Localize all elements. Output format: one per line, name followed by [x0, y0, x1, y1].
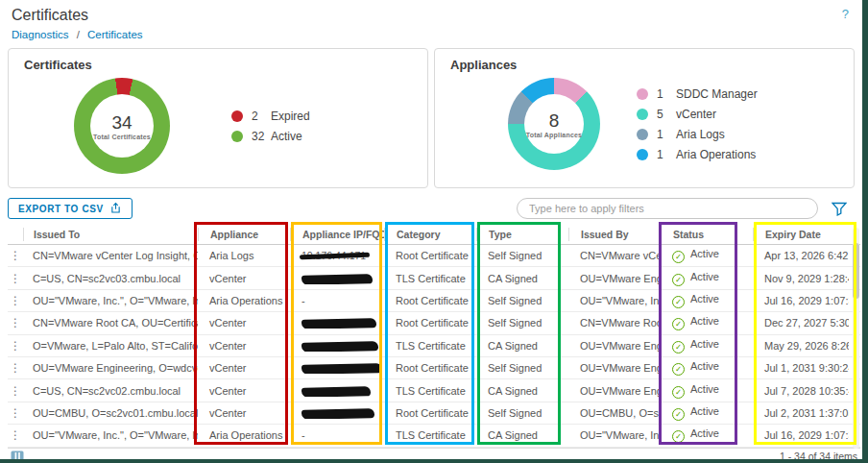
- legend-dot-icon: [231, 131, 243, 142]
- breadcrumb-separator: /: [77, 29, 80, 40]
- table-row[interactable]: ⋮O=VMware, L=Palo Alto, ST=California, C…: [8, 335, 860, 357]
- cell-issued-to: C=US, CN=sc2vc03.cmbu.local: [23, 273, 198, 284]
- active-check-icon: ✓: [672, 386, 685, 399]
- appliances-donut-chart: 8 Total Appliances: [508, 78, 600, 170]
- cell-type: CA Signed: [476, 340, 568, 352]
- legend-label: Active: [271, 130, 302, 143]
- column-header-appliance[interactable]: Appliance: [198, 228, 290, 241]
- cell-expiry-date: Jul 16, 2029 1:07:38 ...: [753, 429, 849, 441]
- cell-category: Root Certificate: [384, 317, 476, 329]
- status-label: Active: [690, 293, 719, 305]
- cell-issued-to: OU=VMware Engineering, O=wdcvc01.cmbu.l.…: [23, 362, 198, 374]
- table-row[interactable]: ⋮C=US, CN=sc2vc03.cmbu.localvCenterTLS C…: [8, 267, 860, 289]
- table-row[interactable]: ⋮OU="VMware, Inc.", O="VMware, Inc.", CN…: [8, 290, 860, 312]
- cell-category: TLS Certificate: [384, 340, 476, 352]
- legend-dot-icon: [637, 129, 648, 140]
- column-header-type[interactable]: Type: [476, 228, 568, 241]
- column-picker-icon[interactable]: [11, 451, 24, 462]
- cell-expiry-date: Jul 2, 2031 1:37:03 AM: [753, 407, 849, 419]
- row-menu-icon[interactable]: ⋮: [10, 249, 21, 262]
- row-actions-button[interactable]: ⋮: [8, 272, 23, 285]
- cell-issued-to: CN=VMware Root CA, OU=Certification Auth…: [23, 317, 198, 329]
- row-menu-icon[interactable]: ⋮: [10, 361, 21, 375]
- row-actions-button[interactable]: ⋮: [8, 406, 23, 420]
- appliances-legend: 1SDDC Manager5vCenter1Aria Logs1Aria Ope…: [637, 87, 758, 161]
- cell-type: CA Signed: [476, 273, 568, 284]
- row-menu-icon[interactable]: ⋮: [10, 406, 21, 420]
- export-to-csv-button[interactable]: EXPORT TO CSV: [8, 198, 133, 219]
- legend-item: 1Aria Operations: [637, 148, 758, 161]
- cell-appliance-ip-fqdn: [290, 273, 384, 284]
- donut-center: 34 Total Certificates: [90, 94, 154, 158]
- cell-category: Root Certificate: [384, 250, 476, 261]
- row-actions-button[interactable]: ⋮: [8, 339, 23, 353]
- cell-issued-to: OU="VMware, Inc.", O="VMware, Inc.", CN=…: [23, 295, 198, 306]
- help-icon[interactable]: ?: [842, 7, 849, 21]
- cell-issued-by: OU=VMware Engine...: [568, 273, 661, 284]
- active-check-icon: ✓: [672, 251, 685, 263]
- row-menu-icon[interactable]: ⋮: [10, 384, 21, 398]
- active-check-icon: ✓: [672, 274, 685, 286]
- cell-appliance: Aria Operations: [198, 295, 290, 306]
- status-label: Active: [690, 338, 719, 350]
- row-menu-icon[interactable]: ⋮: [10, 339, 21, 353]
- row-actions-button[interactable]: ⋮: [8, 316, 23, 329]
- legend-count: 32: [252, 130, 271, 143]
- cell-issued-to: OU=CMBU, O=sc2vc01.cmbu.local, ST=Califo…: [23, 407, 198, 419]
- table-row[interactable]: ⋮C=US, CN=sc2vc02.cmbu.localvCenterTLS C…: [8, 379, 860, 402]
- export-icon: [109, 202, 122, 216]
- row-actions-button[interactable]: ⋮: [8, 249, 23, 262]
- row-actions-button[interactable]: ⋮: [8, 294, 23, 307]
- status-label: Active: [690, 315, 719, 327]
- cell-status: ✓Active: [661, 405, 753, 421]
- column-header-expiry-date[interactable]: Expiry Date: [753, 228, 849, 241]
- total-appliances-value: 8: [549, 110, 560, 132]
- cell-status: ✓Active: [661, 315, 753, 330]
- legend-count: 2: [252, 110, 271, 123]
- cell-appliance-ip-fqdn: 10.176.44.171: [290, 250, 384, 261]
- items-range: 1 - 34 of 34 items: [780, 451, 857, 462]
- filter-input[interactable]: [517, 198, 818, 219]
- legend-dot-icon: [637, 149, 648, 160]
- redacted-value: [301, 363, 382, 374]
- cell-issued-by: OU="VMware, Inc.", ...: [568, 295, 661, 306]
- filter-funnel-icon[interactable]: [832, 202, 847, 220]
- column-header-category[interactable]: Category: [384, 228, 476, 241]
- cell-appliance: Aria Logs: [198, 250, 290, 261]
- table-scrollbar[interactable]: [853, 228, 859, 449]
- row-menu-icon[interactable]: ⋮: [10, 428, 21, 442]
- table-row[interactable]: ⋮OU=CMBU, O=sc2vc01.cmbu.local, ST=Calif…: [8, 402, 860, 425]
- total-appliances-label: Total Appliances: [526, 132, 582, 138]
- cell-category: Root Certificate: [384, 362, 476, 374]
- cell-status: ✓Active: [661, 248, 753, 263]
- row-actions-button[interactable]: ⋮: [8, 384, 23, 398]
- row-actions-button[interactable]: ⋮: [8, 428, 23, 442]
- status-label: Active: [690, 405, 719, 417]
- redacted-value: [301, 408, 374, 419]
- row-menu-icon[interactable]: ⋮: [10, 272, 21, 285]
- row-menu-icon[interactable]: ⋮: [10, 316, 21, 329]
- cell-issued-to: C=US, CN=sc2vc02.cmbu.local: [23, 385, 198, 397]
- table-row[interactable]: ⋮OU=VMware Engineering, O=wdcvc01.cmbu.l…: [8, 357, 860, 379]
- total-certificates-label: Total Certificates: [93, 134, 151, 140]
- column-header-status[interactable]: Status: [661, 228, 753, 241]
- column-header-appliance-ip-fqdn[interactable]: Appliance IP/FQDN: [290, 228, 384, 241]
- active-check-icon: ✓: [672, 430, 685, 443]
- table-row[interactable]: ⋮CN=VMware Root CA, OU=Certification Aut…: [8, 312, 860, 334]
- row-actions-button[interactable]: ⋮: [8, 361, 23, 375]
- page-header: Certificates ?: [0, 0, 862, 24]
- cell-type: Self Signed: [476, 407, 568, 419]
- column-header-issued-to[interactable]: Issued To: [23, 228, 198, 241]
- cell-status: ✓Active: [661, 383, 753, 399]
- row-menu-icon[interactable]: ⋮: [10, 294, 21, 307]
- legend-count: 1: [657, 148, 676, 161]
- active-check-icon: ✓: [672, 363, 685, 376]
- table-row[interactable]: ⋮OU="VMware, Inc.", O="VMware, Inc.", CN…: [8, 425, 860, 447]
- breadcrumb-certificates[interactable]: Certificates: [87, 29, 143, 40]
- scrollbar-thumb[interactable]: [853, 243, 859, 299]
- table-row[interactable]: ⋮CN=VMware vCenter Log Insight, OU=vCent…: [8, 245, 860, 267]
- column-header-issued-by[interactable]: Issued By: [568, 228, 661, 241]
- breadcrumb-diagnostics[interactable]: Diagnostics: [12, 29, 68, 40]
- cell-category: TLS Certificate: [384, 273, 476, 284]
- cell-appliance-ip-fqdn: [290, 384, 384, 396]
